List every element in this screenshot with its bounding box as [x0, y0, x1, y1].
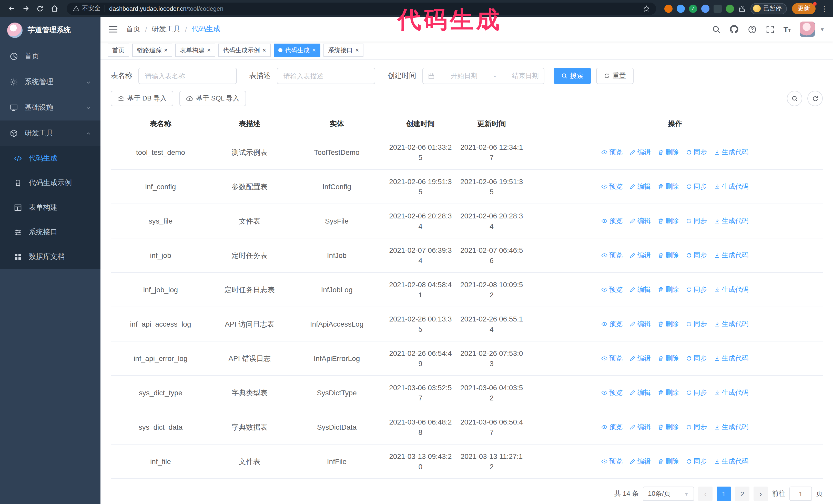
generate-code-link[interactable]: 生成代码 [714, 284, 748, 294]
edit-link[interactable]: 编辑 [630, 387, 651, 398]
preview-link[interactable]: 预览 [601, 284, 623, 294]
tab-home[interactable]: 首页 [108, 44, 129, 57]
preview-link[interactable]: 预览 [601, 216, 623, 226]
search-button[interactable]: 搜索 [554, 68, 591, 84]
preview-link[interactable]: 预览 [601, 353, 623, 363]
delete-link[interactable]: 删除 [658, 147, 679, 157]
page-size-select[interactable]: 10条/页 ▼ [643, 486, 694, 501]
sync-link[interactable]: 同步 [686, 422, 707, 432]
delete-link[interactable]: 删除 [658, 319, 679, 329]
delete-link[interactable]: 删除 [658, 181, 679, 192]
avatar-caret-icon[interactable]: ▼ [820, 26, 825, 32]
prev-page-button[interactable]: ‹ [698, 486, 713, 501]
delete-link[interactable]: 删除 [658, 250, 679, 260]
edit-link[interactable]: 编辑 [630, 284, 651, 294]
generate-code-link[interactable]: 生成代码 [714, 319, 748, 329]
browser-menu-icon[interactable]: ⋮ [821, 4, 828, 13]
page-button-2[interactable]: 2 [735, 486, 749, 501]
tab-close-icon[interactable]: × [355, 47, 359, 53]
tab-close-icon[interactable]: × [262, 47, 266, 53]
import-db-button[interactable]: 基于 DB 导入 [111, 91, 173, 106]
page-button-1[interactable]: 1 [717, 486, 731, 501]
sync-link[interactable]: 同步 [686, 319, 707, 329]
sync-link[interactable]: 同步 [686, 181, 707, 192]
sidebar-item-codegen-example[interactable]: 代码生成示例 [0, 171, 100, 195]
refresh-table-button[interactable] [807, 91, 823, 106]
tab-form-builder[interactable]: 表单构建× [175, 44, 215, 57]
extensions-puzzle-icon[interactable] [738, 4, 746, 13]
home-icon[interactable] [48, 2, 61, 15]
fullscreen-icon[interactable] [766, 25, 775, 34]
goto-page-input[interactable] [789, 486, 812, 501]
sync-link[interactable]: 同步 [686, 387, 707, 398]
delete-link[interactable]: 删除 [658, 387, 679, 398]
sidebar-item-devtools[interactable]: 研发工具 [0, 120, 100, 146]
sidebar-item-codegen[interactable]: 代码生成 [0, 146, 100, 171]
sync-link[interactable]: 同步 [686, 353, 707, 363]
extension-icon-plant[interactable] [726, 4, 734, 13]
tab-close-icon[interactable]: × [164, 47, 168, 53]
generate-code-link[interactable]: 生成代码 [714, 456, 748, 466]
edit-link[interactable]: 编辑 [630, 456, 651, 466]
search-icon[interactable] [712, 25, 721, 34]
extension-icon-dark[interactable] [714, 4, 722, 13]
github-icon[interactable] [730, 25, 739, 34]
sync-link[interactable]: 同步 [686, 147, 707, 157]
preview-link[interactable]: 预览 [601, 147, 623, 157]
preview-link[interactable]: 预览 [601, 250, 623, 260]
preview-link[interactable]: 预览 [601, 319, 623, 329]
edit-link[interactable]: 编辑 [630, 353, 651, 363]
user-avatar[interactable] [800, 22, 815, 37]
bookmark-star-icon[interactable] [643, 5, 650, 12]
sync-link[interactable]: 同步 [686, 216, 707, 226]
security-warning[interactable]: 不安全 [73, 4, 100, 13]
tab-trace[interactable]: 链路追踪× [132, 44, 172, 57]
edit-link[interactable]: 编辑 [630, 422, 651, 432]
reset-button[interactable]: 重置 [596, 68, 634, 84]
generate-code-link[interactable]: 生成代码 [714, 147, 748, 157]
edit-link[interactable]: 编辑 [630, 319, 651, 329]
delete-link[interactable]: 删除 [658, 422, 679, 432]
extension-icon-green-check[interactable]: ✓ [689, 4, 697, 13]
generate-code-link[interactable]: 生成代码 [714, 250, 748, 260]
table-desc-input[interactable] [277, 68, 375, 84]
breadcrumb-item-home[interactable]: 首页 [126, 25, 140, 34]
extension-icon-orange[interactable] [664, 4, 672, 13]
chrome-update-button[interactable]: 更新 [792, 3, 815, 14]
edit-link[interactable]: 编辑 [630, 216, 651, 226]
edit-link[interactable]: 编辑 [630, 250, 651, 260]
sidebar-item-api[interactable]: 系统接口 [0, 220, 100, 245]
delete-link[interactable]: 删除 [658, 456, 679, 466]
sidebar-item-system[interactable]: 系统管理 [0, 69, 100, 95]
next-page-button[interactable]: › [754, 486, 768, 501]
sync-link[interactable]: 同步 [686, 250, 707, 260]
import-sql-button[interactable]: 基于 SQL 导入 [180, 91, 246, 106]
table-name-input[interactable] [138, 68, 237, 84]
tab-close-icon[interactable]: × [312, 47, 316, 53]
reload-icon[interactable] [34, 2, 46, 15]
address-bar[interactable]: 不安全 dashboard.yudao.iocoder.cn/tool/code… [67, 2, 656, 15]
generate-code-link[interactable]: 生成代码 [714, 353, 748, 363]
sync-link[interactable]: 同步 [686, 456, 707, 466]
preview-link[interactable]: 预览 [601, 387, 623, 398]
sidebar-item-infra[interactable]: 基础设施 [0, 95, 100, 120]
generate-code-link[interactable]: 生成代码 [714, 422, 748, 432]
forward-icon[interactable] [20, 2, 32, 15]
generate-code-link[interactable]: 生成代码 [714, 181, 748, 192]
extension-icon-people[interactable] [701, 4, 710, 13]
delete-link[interactable]: 删除 [658, 284, 679, 294]
generate-code-link[interactable]: 生成代码 [714, 387, 748, 398]
toggle-search-button[interactable] [787, 91, 802, 106]
edit-link[interactable]: 编辑 [630, 181, 651, 192]
preview-link[interactable]: 预览 [601, 422, 623, 432]
edit-link[interactable]: 编辑 [630, 147, 651, 157]
delete-link[interactable]: 删除 [658, 216, 679, 226]
tab-close-icon[interactable]: × [207, 47, 211, 53]
font-size-icon[interactable]: TT [784, 25, 791, 33]
preview-link[interactable]: 预览 [601, 181, 623, 192]
back-icon[interactable] [5, 2, 18, 15]
extension-icon-blue-drop[interactable] [677, 4, 685, 13]
tab-codegen-active[interactable]: 代码生成× [274, 44, 320, 57]
generate-code-link[interactable]: 生成代码 [714, 216, 748, 226]
sync-link[interactable]: 同步 [686, 284, 707, 294]
